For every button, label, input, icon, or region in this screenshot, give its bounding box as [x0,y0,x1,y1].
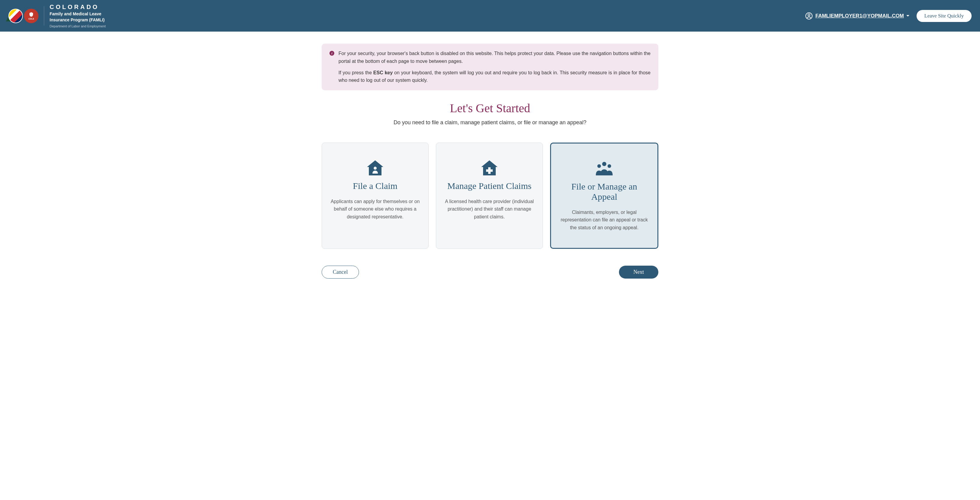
cdle-logo-icon: CDLE [24,9,38,23]
svg-point-5 [602,162,606,166]
main-container: i For your security, your browser's back… [316,32,664,290]
header-subtitle-line2: Insurance Program (FAMLI) [49,17,106,22]
footer-buttons: Cancel Next [321,266,659,279]
header-divider [44,6,44,26]
esc-key-label: ESC key [373,70,393,75]
card-title-file-claim: File a Claim [330,181,420,191]
logo-group: CDLE [8,9,38,23]
header-left: CDLE COLORADO Family and Medical Leave I… [8,3,106,28]
card-title-manage-patient: Manage Patient Claims [445,181,534,191]
security-para-2: If you press the ESC key on your keyboar… [339,69,651,84]
page-title: Let's Get Started [321,101,659,115]
card-desc-manage-appeal: Claimants, employers, or legal represent… [560,208,649,232]
header-title: COLORADO [49,3,106,11]
card-desc-manage-patient: A licensed health care provider (individ… [445,198,534,221]
option-card-manage-appeal[interactable]: File or Manage an Appeal Claimants, empl… [550,142,659,249]
security-text: For your security, your browser's back b… [339,50,651,84]
svg-point-6 [597,164,601,168]
info-icon: i [329,51,334,56]
header-right: FAMLIEMPLOYER1@YOPMAIL.COM Leave Site Qu… [805,10,972,22]
svg-point-7 [608,164,611,168]
app-header: CDLE COLORADO Family and Medical Leave I… [0,0,980,32]
chevron-down-icon [906,15,909,16]
house-medical-icon [445,160,534,176]
header-dept: Department of Labor and Employment [49,24,106,28]
security-banner: i For your security, your browser's back… [321,44,659,90]
cancel-button[interactable]: Cancel [321,266,359,279]
security-para-1: For your security, your browser's back b… [339,50,651,65]
option-cards-row: File a Claim Applicants can apply for th… [321,142,659,249]
card-desc-file-claim: Applicants can apply for themselves or o… [330,198,420,221]
svg-point-2 [374,167,377,170]
header-subtitle-line1: Family and Medical Leave [49,11,106,16]
svg-point-1 [808,14,810,16]
user-email: FAMLIEMPLOYER1@YOPMAIL.COM [815,13,904,19]
next-button[interactable]: Next [619,266,659,279]
people-group-icon [560,161,649,177]
leave-site-quickly-button[interactable]: Leave Site Quickly [916,10,972,22]
title-block: COLORADO Family and Medical Leave Insura… [49,3,106,28]
user-menu[interactable]: FAMLIEMPLOYER1@YOPMAIL.COM [805,12,909,20]
option-card-manage-patient[interactable]: Manage Patient Claims A licensed health … [436,142,543,249]
svg-rect-4 [486,169,493,172]
card-title-manage-appeal: File or Manage an Appeal [560,181,649,202]
cdle-text: CDLE [28,18,34,20]
user-icon [805,12,813,20]
option-card-file-claim[interactable]: File a Claim Applicants can apply for th… [321,142,429,249]
colorado-logo-icon [8,9,23,23]
house-person-icon [330,160,420,176]
page-subtitle: Do you need to file a claim, manage pati… [321,120,659,126]
